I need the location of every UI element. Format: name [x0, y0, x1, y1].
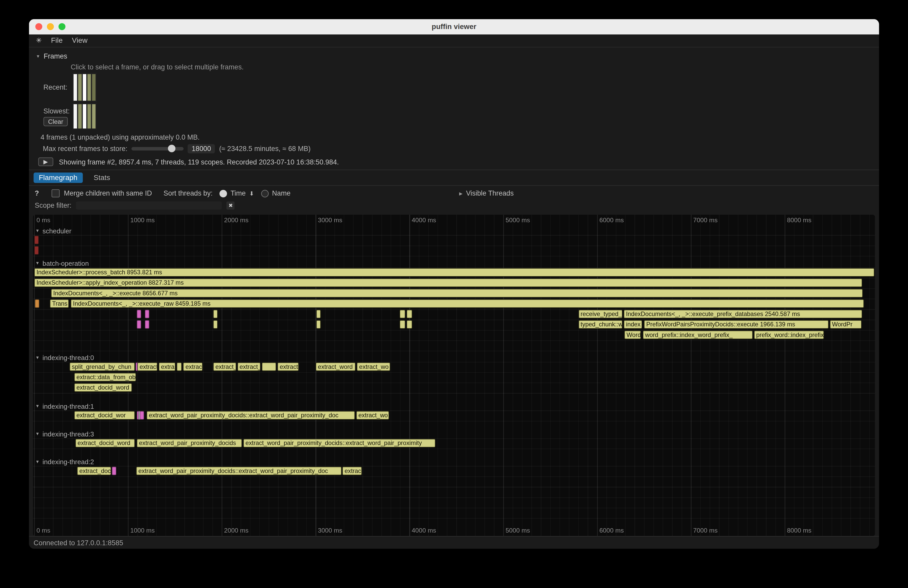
scope-bar[interactable]: extract_wo	[357, 362, 390, 371]
sort-name-radio-group[interactable]: Name	[261, 190, 290, 198]
thread-header[interactable]: ▼scheduler	[33, 227, 875, 235]
frame-thumb-stripe[interactable]	[92, 74, 95, 101]
scope-bar[interactable]	[140, 411, 144, 420]
scope-bar[interactable]	[136, 310, 141, 319]
scope-bar[interactable]: IndexDocuments<_, _>::execute 8656.677 m…	[51, 289, 863, 298]
scope-bar[interactable]: Trans	[50, 299, 69, 308]
clear-button[interactable]: Clear	[43, 117, 68, 126]
scope-bar[interactable]: split_grenad_by_chun	[69, 362, 135, 371]
scope-bar[interactable]	[34, 246, 39, 255]
scope-bar[interactable]	[35, 299, 39, 308]
scope-bar[interactable]	[407, 310, 412, 319]
scope-bar[interactable]: extrac	[342, 466, 362, 476]
menu-view[interactable]: View	[72, 37, 88, 45]
frame-thumb-stripe[interactable]	[83, 104, 86, 129]
thread-header[interactable]: ▼indexing-thread:2	[33, 457, 875, 466]
tab-flamegraph[interactable]: Flamegraph	[34, 172, 83, 183]
scope-bar[interactable]: IndexDocuments<_, _>::execute_raw 8459.1…	[71, 299, 864, 308]
scope-bar[interactable]: extract_docid_word	[74, 383, 132, 392]
scope-bar[interactable]	[136, 320, 141, 329]
scope-bar[interactable]: extract_docid_wor	[74, 411, 135, 420]
flamegraph-canvas[interactable]: 0 ms1000 ms2000 ms3000 ms4000 ms5000 ms6…	[33, 215, 875, 536]
scope-bar[interactable]	[177, 362, 182, 371]
scope-bar[interactable]: extract_word_pair_proximity_docids::extr…	[147, 411, 355, 420]
scope-bar[interactable]: extract	[137, 362, 158, 371]
titlebar[interactable]: puffin viewer	[29, 19, 879, 34]
clear-filter-button[interactable]: ✖	[227, 201, 235, 210]
thread-header[interactable]: ▼indexing-thread:3	[33, 429, 875, 438]
recent-label: Recent:	[43, 84, 70, 92]
merge-checkbox-group[interactable]: Merge children with same ID	[52, 190, 152, 198]
sort-name-radio[interactable]	[261, 190, 269, 197]
scope-bar[interactable]: extract	[277, 362, 299, 371]
theme-toggle-icon[interactable]: ✳	[36, 37, 42, 45]
thread-header[interactable]: ▼batch-operation	[33, 259, 875, 268]
sort-by-label: Sort threads by:	[164, 190, 213, 198]
recent-frames-thumbnail[interactable]	[72, 73, 97, 102]
axis-tick: 4000 ms	[412, 527, 436, 534]
scope-bar[interactable]	[400, 320, 405, 329]
scope-bar[interactable]: IndexDocuments<_, _>::execute_prefix_dat…	[624, 310, 862, 319]
scope-bar[interactable]: extract_	[213, 362, 236, 371]
scope-bar[interactable]: extra	[159, 362, 175, 371]
scope-bar[interactable]: extract_word_pair_proximity_docids::extr…	[136, 466, 341, 476]
scope-bar[interactable]: extract_wo	[356, 411, 389, 420]
frame-thumb-stripe[interactable]	[78, 104, 82, 129]
play-button[interactable]: ▶	[38, 157, 53, 166]
max-frames-value[interactable]: 18000	[188, 144, 215, 153]
scope-bar[interactable]: extract_word_pair_proximity_docids::extr…	[243, 439, 435, 448]
axis-tick: 6000 ms	[599, 217, 624, 223]
help-button[interactable]: ?	[35, 190, 39, 198]
scope-bar[interactable]: WordPr	[830, 320, 861, 329]
slowest-frames-thumbnail[interactable]	[72, 103, 97, 130]
merge-checkbox[interactable]	[52, 190, 60, 198]
scope-bar[interactable]	[400, 310, 405, 319]
scope-bar[interactable]	[316, 320, 321, 329]
frame-thumb-stripe[interactable]	[78, 74, 82, 101]
scope-bar[interactable]: receive_typed_	[578, 310, 622, 319]
scope-bar[interactable]: extract_doc	[77, 466, 111, 476]
frame-thumb-stripe[interactable]	[87, 104, 91, 129]
scope-bar[interactable]: extract::data_from_ob	[74, 373, 136, 382]
frame-thumb-stripe[interactable]	[83, 74, 86, 101]
scope-bar[interactable]	[112, 466, 116, 476]
scope-bar[interactable]: PrefixWordPairsProximityDocids::execute …	[644, 320, 828, 329]
visible-threads-toggle[interactable]: ▶ Visible Threads	[459, 190, 514, 198]
scope-bar[interactable]	[262, 362, 276, 371]
frame-thumb-stripe[interactable]	[87, 74, 91, 101]
scope-bar[interactable]: prefix_word::index_prefix_wo	[754, 331, 824, 339]
sort-direction-icon[interactable]: ⬇	[249, 190, 254, 197]
scope-bar[interactable]: extract_	[237, 362, 261, 371]
frame-thumb-stripe[interactable]	[92, 104, 95, 129]
scope-bar[interactable]	[213, 310, 217, 319]
scope-bar[interactable]	[34, 236, 39, 244]
scope-bar[interactable]: IndexScheduler>::process_batch 8953.821 …	[34, 268, 874, 277]
scope-bar[interactable]: extract_word	[316, 362, 356, 371]
scope-bar[interactable]: extrac	[183, 362, 203, 371]
thread-header[interactable]: ▼indexing-thread:0	[33, 353, 875, 362]
scope-bar[interactable]: typed_chunk::w	[578, 320, 622, 329]
scope-bar[interactable]	[213, 320, 217, 329]
menu-file[interactable]: File	[51, 37, 63, 45]
max-frames-slider[interactable]	[131, 147, 184, 151]
scope-bar[interactable]	[145, 310, 149, 319]
scope-filter-input[interactable]	[76, 201, 222, 210]
thread-header[interactable]: ▼indexing-thread:1	[33, 402, 875, 411]
scope-bar[interactable]: IndexScheduler>::apply_index_operation 8…	[34, 278, 862, 287]
sort-time-radio[interactable]	[219, 190, 227, 197]
scope-bar[interactable]	[145, 320, 149, 329]
scope-bar[interactable]: extract_docid_word	[75, 439, 135, 448]
frames-header-label: Frames	[44, 52, 68, 60]
sort-time-radio-group[interactable]: Time ⬇	[219, 190, 254, 198]
scope-bar[interactable]	[316, 310, 321, 319]
scope-bar[interactable]: word_prefix::index_word_prefix_	[643, 331, 753, 339]
tab-stats[interactable]: Stats	[89, 172, 115, 183]
frames-section-header[interactable]: ▼ Frames	[34, 51, 874, 61]
scope-bar[interactable]	[407, 320, 412, 329]
slider-knob-icon[interactable]	[168, 145, 175, 152]
scope-bar[interactable]: Word	[624, 331, 641, 339]
scope-bar[interactable]: extract_word_pair_proximity_docids	[137, 439, 242, 448]
frame-thumb-stripe[interactable]	[74, 74, 77, 101]
scope-bar[interactable]: index	[624, 320, 642, 329]
frame-thumb-stripe[interactable]	[74, 104, 77, 129]
